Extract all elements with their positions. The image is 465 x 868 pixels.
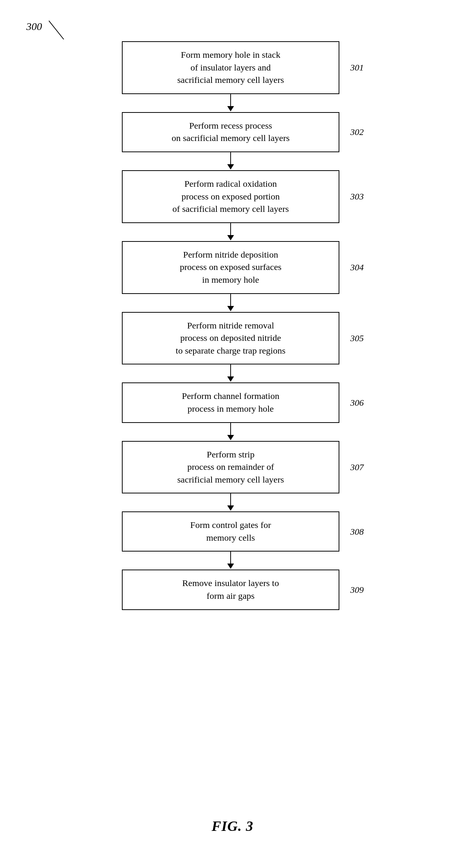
ref-bracket-icon: [49, 21, 71, 43]
step-id-304: 304: [350, 262, 364, 273]
step-text-308: Form control gates formemory cells: [190, 519, 271, 544]
step-id-303: 303: [350, 192, 364, 202]
flow-row-302: Perform recess processon sacrificial mem…: [75, 112, 386, 152]
step-text-309: Remove insulator layers toform air gaps: [182, 577, 279, 602]
flow-row-309: Remove insulator layers toform air gaps …: [75, 570, 386, 610]
flowchart: Form memory hole in stackof insulator la…: [75, 41, 386, 610]
step-box-308: Form control gates formemory cells: [122, 511, 339, 552]
step-text-303: Perform radical oxidationprocess on expo…: [172, 178, 289, 216]
step-text-304: Perform nitride depositionprocess on exp…: [180, 249, 281, 286]
step-text-301: Form memory hole in stackof insulator la…: [177, 49, 284, 87]
step-id-309: 309: [350, 585, 364, 595]
flow-row-304: Perform nitride depositionprocess on exp…: [75, 241, 386, 294]
step-box-304: Perform nitride depositionprocess on exp…: [122, 241, 339, 294]
flow-row-308: Form control gates formemory cells 308: [75, 511, 386, 552]
fig-caption: FIG. 3: [212, 818, 254, 834]
step-box-305: Perform nitride removalprocess on deposi…: [122, 312, 339, 365]
step-id-301: 301: [350, 63, 364, 73]
flow-row-306: Perform channel formationprocess in memo…: [75, 382, 386, 423]
step-box-309: Remove insulator layers toform air gaps: [122, 570, 339, 610]
step-id-306: 306: [350, 397, 364, 408]
step-box-307: Perform stripprocess on remainder ofsacr…: [122, 441, 339, 494]
step-box-302: Perform recess processon sacrificial mem…: [122, 112, 339, 152]
step-box-301: Form memory hole in stackof insulator la…: [122, 41, 339, 94]
step-text-302: Perform recess processon sacrificial mem…: [172, 120, 290, 145]
diagram-ref-label: 300: [26, 21, 42, 33]
flow-row-303: Perform radical oxidationprocess on expo…: [75, 170, 386, 223]
flow-row-307: Perform stripprocess on remainder ofsacr…: [75, 441, 386, 494]
step-text-306: Perform channel formationprocess in memo…: [182, 390, 279, 415]
step-text-305: Perform nitride removalprocess on deposi…: [176, 319, 286, 357]
step-text-307: Perform stripprocess on remainder ofsacr…: [177, 448, 284, 486]
step-id-302: 302: [350, 127, 364, 137]
svg-line-0: [49, 21, 64, 39]
step-id-307: 307: [350, 462, 364, 472]
step-id-305: 305: [350, 333, 364, 343]
step-box-303: Perform radical oxidationprocess on expo…: [122, 170, 339, 223]
diagram-container: 300 Form memory hole in stackof insulato…: [0, 0, 465, 868]
flow-row-301: Form memory hole in stackof insulator la…: [75, 41, 386, 94]
step-id-308: 308: [350, 526, 364, 537]
flow-row-305: Perform nitride removalprocess on deposi…: [75, 312, 386, 365]
step-box-306: Perform channel formationprocess in memo…: [122, 382, 339, 423]
